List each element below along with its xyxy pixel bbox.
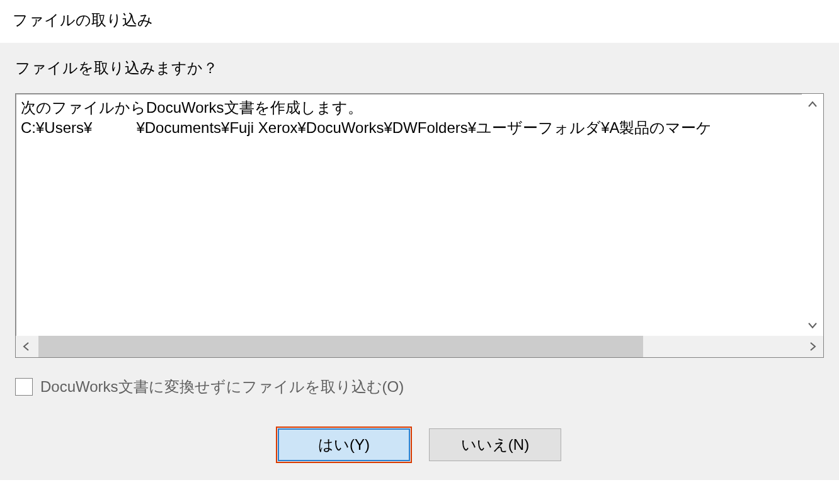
horizontal-scrollbar-track[interactable] [643,336,802,357]
horizontal-scrollbar[interactable] [16,336,823,357]
message-content: 次のファイルからDocuWorks文書を作成します。 C:¥Users¥¥Doc… [16,94,802,336]
dialog-button-row: はい(Y) いいえ(N) [15,428,824,461]
prompt-question: ファイルを取り込みますか？ [15,58,824,78]
message-path-suffix: ¥Documents¥Fuji Xerox¥DocuWorks¥DWFolder… [136,119,712,136]
dialog-title: ファイルの取り込み [0,0,839,43]
no-button[interactable]: いいえ(N) [429,428,561,461]
file-import-dialog: ファイルの取り込み ファイルを取り込みますか？ 次のファイルからDocuWork… [0,0,839,480]
message-text-panel: 次のファイルからDocuWorks文書を作成します。 C:¥Users¥¥Doc… [15,93,824,358]
message-viewport: 次のファイルからDocuWorks文書を作成します。 C:¥Users¥¥Doc… [16,94,823,336]
message-path-line: C:¥Users¥¥Documents¥Fuji Xerox¥DocuWorks… [21,118,797,138]
yes-button[interactable]: はい(Y) [278,428,410,461]
no-convert-checkbox-label: DocuWorks文書に変換せずにファイルを取り込む(O) [40,377,404,397]
redacted-username [92,123,136,135]
scroll-right-icon[interactable] [802,336,823,357]
horizontal-scrollbar-thumb[interactable] [38,336,643,357]
dialog-body: ファイルを取り込みますか？ 次のファイルからDocuWorks文書を作成します。… [0,43,839,480]
no-convert-checkbox-row: DocuWorks文書に変換せずにファイルを取り込む(O) [15,377,824,397]
scroll-left-icon[interactable] [16,336,37,357]
message-line1: 次のファイルからDocuWorks文書を作成します。 [21,98,797,118]
vertical-scrollbar[interactable] [802,94,823,336]
scroll-up-icon[interactable] [802,94,823,115]
scroll-down-icon[interactable] [802,314,823,336]
message-path-prefix: C:¥Users¥ [21,119,92,136]
no-convert-checkbox[interactable] [15,378,33,396]
